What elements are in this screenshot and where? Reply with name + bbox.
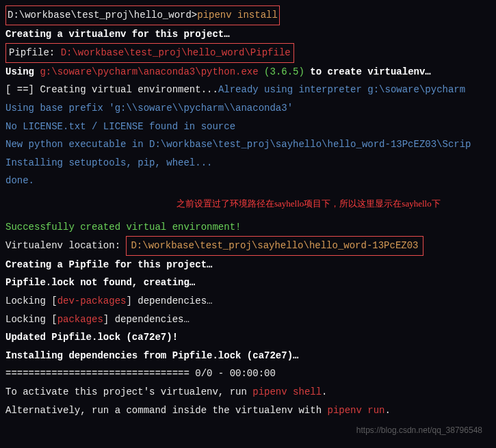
deps-label-2: dependencies…	[109, 314, 190, 325]
bracket-close-2: ]	[103, 314, 109, 325]
dev-packages-label: dev-packages	[57, 295, 127, 306]
create-venv-suffix: to create virtualenv…	[310, 66, 430, 77]
pipenv-shell-cmd: pipenv shell	[252, 386, 322, 397]
creating-venv-text: Creating virtual environment...	[40, 84, 218, 95]
output-new-python-exe: New python executable in D:\workbase\tes…	[5, 135, 491, 154]
output-venv-location: Virtualenv location: D:\workbase\test_pr…	[5, 236, 491, 256]
using-label: Using	[5, 66, 40, 77]
user-annotation: 之前设置过了环境路径在sayhello项目下，所以这里显示在sayhello下	[177, 196, 491, 213]
python-exe-path: g:\soware\pycharm\anaconda3\python.exe	[40, 66, 258, 77]
output-progress-bar: ================================ 0/0 - 0…	[5, 365, 491, 383]
command-text: pipenv install	[197, 10, 278, 21]
run-prefix: Alternatively, run a command inside the …	[5, 405, 327, 416]
locking-label-2: Locking	[5, 314, 51, 325]
terminal-line-prompt: D:\workbase\test_proj\hello_word>pipenv …	[5, 5, 491, 25]
output-lock-not-found: Pipfile.lock not found, creating…	[5, 274, 491, 292]
output-locking-pkg: Locking [packages] dependencies…	[5, 311, 491, 329]
output-base-prefix: Using base prefix 'g:\\soware\\pycharm\\…	[5, 99, 491, 118]
output-no-license: No LICENSE.txt / LICENSE found in source	[5, 118, 491, 136]
deps-label-1: dependencies…	[132, 295, 213, 306]
run-dot: .	[385, 405, 391, 416]
output-done: done.	[5, 172, 491, 190]
python-version: (3.6.5)	[259, 66, 311, 77]
bracket-close-1: ]	[126, 295, 131, 306]
packages-label: packages	[57, 314, 103, 325]
output-run-hint: Alternatively, run a command inside the …	[5, 401, 491, 420]
output-success-venv: Successfully created virtual environment…	[5, 218, 491, 237]
output-installing-deps: Installing dependencies from Pipfile.loc…	[5, 347, 491, 365]
bracket-open-2: [	[51, 314, 57, 325]
output-installing-tools: Installing setuptools, pip, wheel...	[5, 154, 491, 172]
already-interpreter: Already using interpreter g:\soware\pych…	[218, 84, 465, 95]
venv-location-label: Virtualenv location:	[5, 240, 126, 251]
prompt-path: D:\workbase\test_proj\hello_word>	[8, 10, 197, 21]
output-updated-lock: Updated Pipfile.lock (ca72e7)!	[5, 328, 491, 347]
activate-prefix: To activate this project's virtualenv, r…	[5, 386, 252, 397]
output-creating-venv: Creating a virtualenv for this project…	[5, 25, 491, 44]
locking-label-1: Locking	[5, 295, 51, 306]
output-pipfile: Pipfile: D:\workbase\test_proj\hello_wor…	[5, 43, 491, 63]
spinner-status: [ ==]	[5, 84, 40, 95]
watermark-text: https://blog.csdn.net/qq_38796548	[356, 423, 482, 438]
pipfile-path: D:\workbase\test_proj\hello_word\Pipfile	[61, 47, 291, 58]
pipenv-run-cmd: pipenv run	[327, 405, 384, 416]
bracket-open-1: [	[51, 295, 57, 306]
output-spinner-line: [ ==] Creating virtual environment...Alr…	[5, 81, 491, 99]
output-locking-dev: Locking [dev-packages] dependencies…	[5, 292, 491, 311]
output-using-python: Using g:\soware\pycharm\anaconda3\python…	[5, 63, 491, 81]
activate-dot: .	[322, 386, 327, 397]
output-activate-hint: To activate this project's virtualenv, r…	[5, 383, 491, 401]
output-creating-pipfile: Creating a Pipfile for this project…	[5, 256, 491, 274]
venv-location-path: D:\workbase\test_proj\sayhello\hello_wor…	[131, 240, 418, 251]
pipfile-label: Pipfile:	[9, 47, 61, 58]
